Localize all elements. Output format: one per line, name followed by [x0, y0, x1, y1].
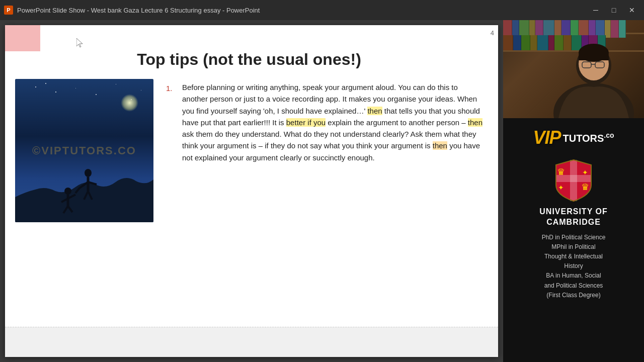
book [537, 35, 548, 50]
window-controls[interactable]: ─ □ ✕ [588, 3, 640, 17]
window-title: PowerPoint Slide Show - West bank Gaza L… [17, 7, 588, 14]
slide-bottom-bar [5, 327, 498, 357]
minimize-button[interactable]: ─ [588, 3, 604, 17]
cambridge-area: ♛ ✦ ✦ ♛ UNIVERSITY OF CAMBRIDGE PhD in P… [503, 153, 644, 304]
titlebar: P PowerPoint Slide Show - West bank Gaza… [0, 0, 644, 20]
degree-line-4: History [542, 261, 606, 271]
degree-line-5: BA in Human, Social [542, 271, 606, 281]
powerpoint-icon: P [4, 6, 13, 15]
list-text: Before planning or writing anything, spe… [182, 81, 483, 163]
degree-line-3: Thought & Intellectual [542, 252, 606, 261]
degree-line-2: MPhil in Political [542, 242, 606, 252]
tutors-label: TUTORS [562, 133, 604, 144]
right-panel: VIP TUTORS.co ♛ ✦ ✦ ♛ [503, 20, 644, 362]
book [513, 35, 521, 50]
book [530, 35, 537, 50]
close-button[interactable]: ✕ [624, 3, 640, 17]
degree-line-7: (First Class Degree) [542, 291, 606, 300]
cambridge-details: PhD in Political Science MPhil in Politi… [538, 233, 610, 300]
slide-thumbnail [5, 25, 40, 51]
slide-content: Top tips (not the usual ones!) [5, 25, 498, 357]
svg-text:✦: ✦ [582, 168, 588, 176]
person-webcam-silhouette [553, 28, 634, 118]
main-area: 4 Top tips (not the usual ones!) [0, 20, 503, 362]
degree-line-1: PhD in Political Science [542, 233, 606, 242]
co-text: .co [604, 131, 614, 139]
slide-image: ©VIPTUTORS.CO [15, 79, 153, 222]
book [521, 35, 530, 50]
list-number: 1. [166, 82, 176, 163]
cambridge-crest: ♛ ✦ ✦ ♛ [551, 157, 596, 203]
slide-title: Top tips (not the usual ones!) [15, 50, 483, 69]
degree-line-6: and Political Sciences [542, 281, 606, 291]
university-name: UNIVERSITY OF CAMBRIDGE [511, 207, 636, 228]
slide-image-area: ©VIPTUTORS.CO [15, 79, 156, 347]
silhouette-svg [15, 132, 153, 222]
svg-text:♛: ♛ [557, 167, 565, 177]
slide-wrapper: 4 Top tips (not the usual ones!) [5, 25, 498, 357]
vip-logo: VIP TUTORS.co [533, 127, 614, 148]
cambridge-title: UNIVERSITY OF CAMBRIDGE [511, 207, 636, 228]
svg-point-0 [85, 169, 92, 177]
vip-area: VIP TUTORS.co [503, 118, 644, 153]
svg-point-7 [64, 188, 71, 195]
webcam-area [503, 20, 644, 118]
tutors-text: TUTORS.co [562, 131, 614, 144]
slide-body: ©VIPTUTORS.CO 1. Before planning or writ… [15, 79, 483, 347]
book [503, 35, 513, 50]
slide-text-area: 1. Before planning or writing anything, … [166, 79, 483, 347]
svg-text:♛: ♛ [581, 182, 589, 192]
page-number: 4 [491, 29, 494, 37]
maximize-button[interactable]: □ [606, 3, 622, 17]
slide-list: 1. Before planning or writing anything, … [166, 81, 483, 163]
svg-text:✦: ✦ [558, 184, 564, 192]
vip-text: VIP [533, 127, 560, 148]
list-item: 1. Before planning or writing anything, … [166, 81, 483, 163]
